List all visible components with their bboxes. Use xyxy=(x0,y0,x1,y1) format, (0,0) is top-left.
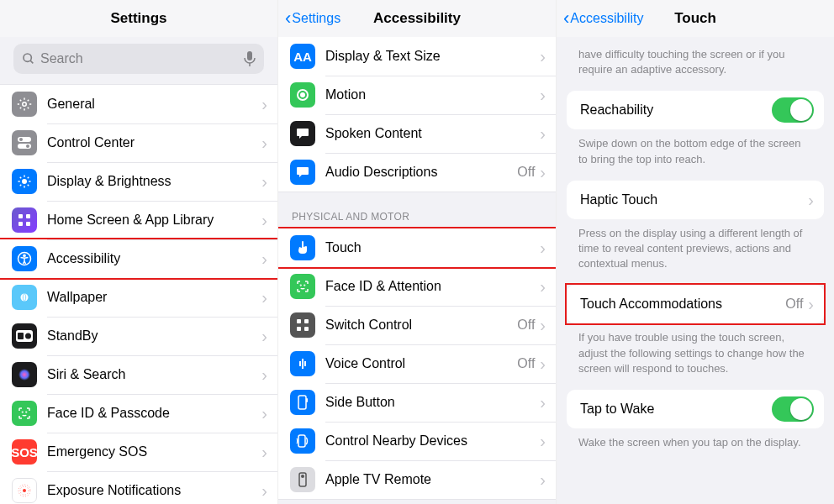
chevron-right-icon: › xyxy=(261,444,267,460)
settings-row-exposure[interactable]: Exposure Notifications › xyxy=(0,471,277,504)
reachability-toggle[interactable] xyxy=(772,97,814,123)
chevron-right-icon: › xyxy=(261,250,267,267)
svg-point-27 xyxy=(25,333,31,339)
settings-row-sos[interactable]: SOS Emergency SOS › xyxy=(0,433,277,471)
svg-rect-48 xyxy=(306,398,308,402)
chevron-left-icon: ‹ xyxy=(563,9,569,28)
exposure-icon xyxy=(12,478,37,503)
chevron-right-icon: › xyxy=(540,317,546,333)
touch-title: Touch xyxy=(674,10,716,27)
motion-icon xyxy=(290,82,315,108)
tap-to-wake-note: Wake the screen when you tap on the disp… xyxy=(557,428,834,464)
row-touch[interactable]: Touch › xyxy=(278,228,556,267)
svg-rect-20 xyxy=(18,222,23,226)
svg-point-4 xyxy=(23,102,27,107)
gear-icon xyxy=(12,92,37,117)
settings-row-faceid[interactable]: Face ID & Passcode › xyxy=(0,394,277,433)
chevron-right-icon: › xyxy=(540,471,546,488)
row-audio-descriptions[interactable]: Audio Descriptions Off › xyxy=(278,153,556,192)
row-voice-control[interactable]: Voice Control Off › xyxy=(278,344,556,383)
section-physical-motor: PHYSICAL AND MOTOR xyxy=(278,192,556,228)
chevron-right-icon: › xyxy=(261,212,267,228)
search-placeholder: Search xyxy=(40,51,244,66)
apps-grid-icon xyxy=(12,207,37,233)
settings-row-home-screen[interactable]: Home Screen & App Library › xyxy=(0,201,277,239)
svg-point-23 xyxy=(24,255,25,256)
tap-to-wake-toggle[interactable] xyxy=(772,396,814,422)
chevron-right-icon: › xyxy=(540,87,546,103)
audio-desc-icon xyxy=(290,160,315,185)
search-field[interactable]: Search xyxy=(13,44,264,74)
touch-list: have difficulty touching the screen or i… xyxy=(557,37,834,504)
toggles-icon xyxy=(12,130,37,155)
chevron-right-icon: › xyxy=(540,48,546,65)
svg-rect-49 xyxy=(298,435,305,447)
chevron-right-icon: › xyxy=(808,192,814,208)
row-touch-accommodations[interactable]: Touch Accommodations Off › xyxy=(567,285,824,323)
side-button-icon xyxy=(290,390,315,415)
chevron-right-icon: › xyxy=(808,296,814,312)
settings-row-standby[interactable]: StandBy › xyxy=(0,317,277,355)
chevron-right-icon: › xyxy=(261,134,267,151)
faceid-icon xyxy=(12,401,37,426)
brightness-icon xyxy=(12,169,37,194)
svg-line-15 xyxy=(28,185,29,186)
svg-rect-21 xyxy=(26,222,30,226)
chevron-right-icon: › xyxy=(540,355,546,372)
mic-icon[interactable] xyxy=(244,51,256,66)
row-faceid-attention[interactable]: Face ID & Attention › xyxy=(278,267,556,306)
svg-line-17 xyxy=(28,177,29,179)
row-apple-tv-remote[interactable]: Apple TV Remote › xyxy=(278,460,556,499)
row-tap-to-wake[interactable]: Tap to Wake xyxy=(567,390,824,428)
chevron-right-icon: › xyxy=(540,394,546,411)
row-haptic-touch[interactable]: Haptic Touch › xyxy=(567,181,824,219)
svg-rect-19 xyxy=(26,214,30,218)
touch-screen: ‹ Accessibility Touch have difficulty to… xyxy=(557,0,834,504)
touch-header: ‹ Accessibility Touch xyxy=(557,0,834,37)
svg-rect-38 xyxy=(297,319,301,323)
back-to-accessibility[interactable]: ‹ Accessibility xyxy=(563,9,643,28)
svg-point-31 xyxy=(23,489,26,492)
standby-icon xyxy=(12,323,37,349)
accessibility-title: Accessibility xyxy=(373,10,461,27)
settings-row-control-center[interactable]: Control Center › xyxy=(0,123,277,162)
svg-point-7 xyxy=(19,138,23,141)
svg-point-35 xyxy=(301,93,304,97)
chevron-right-icon: › xyxy=(261,173,267,190)
svg-rect-40 xyxy=(297,327,301,331)
row-switch-control[interactable]: Switch Control Off › xyxy=(278,306,556,344)
svg-point-9 xyxy=(22,179,27,184)
sos-icon: SOS xyxy=(12,439,37,465)
nearby-devices-icon xyxy=(290,428,315,454)
svg-point-8 xyxy=(26,144,29,148)
settings-row-display[interactable]: Display & Brightness › xyxy=(0,162,277,201)
settings-row-siri[interactable]: Siri & Search › xyxy=(0,355,277,394)
row-display-text-size[interactable]: AA Display & Text Size › xyxy=(278,37,556,76)
svg-point-29 xyxy=(22,412,23,412)
svg-point-36 xyxy=(300,285,301,286)
wallpaper-icon xyxy=(12,285,37,310)
settings-row-accessibility[interactable]: Accessibility › xyxy=(0,239,277,278)
svg-rect-41 xyxy=(304,327,309,331)
row-reachability[interactable]: Reachability xyxy=(567,91,824,129)
search-icon xyxy=(22,52,35,66)
row-side-button[interactable]: Side Button › xyxy=(278,383,556,422)
svg-rect-47 xyxy=(298,396,306,409)
back-to-settings[interactable]: ‹ Settings xyxy=(285,9,340,28)
chevron-right-icon: › xyxy=(540,164,546,181)
row-motion[interactable]: Motion › xyxy=(278,76,556,114)
faceid-icon xyxy=(290,274,315,299)
accessibility-header: ‹ Settings Accessibility xyxy=(278,0,556,37)
haptic-note: Press on the display using a different l… xyxy=(557,219,834,286)
chevron-right-icon: › xyxy=(540,239,546,256)
voice-control-icon xyxy=(290,351,315,376)
svg-point-51 xyxy=(301,475,304,478)
settings-row-general[interactable]: General › xyxy=(0,85,277,123)
settings-row-wallpaper[interactable]: Wallpaper › xyxy=(0,278,277,317)
chevron-left-icon: ‹ xyxy=(285,9,291,28)
switch-control-icon xyxy=(290,312,315,338)
chevron-right-icon: › xyxy=(261,366,267,383)
row-spoken-content[interactable]: Spoken Content › xyxy=(278,114,556,153)
accommodations-note: If you have trouble using the touch scre… xyxy=(557,323,834,390)
row-nearby-devices[interactable]: Control Nearby Devices › xyxy=(278,422,556,460)
